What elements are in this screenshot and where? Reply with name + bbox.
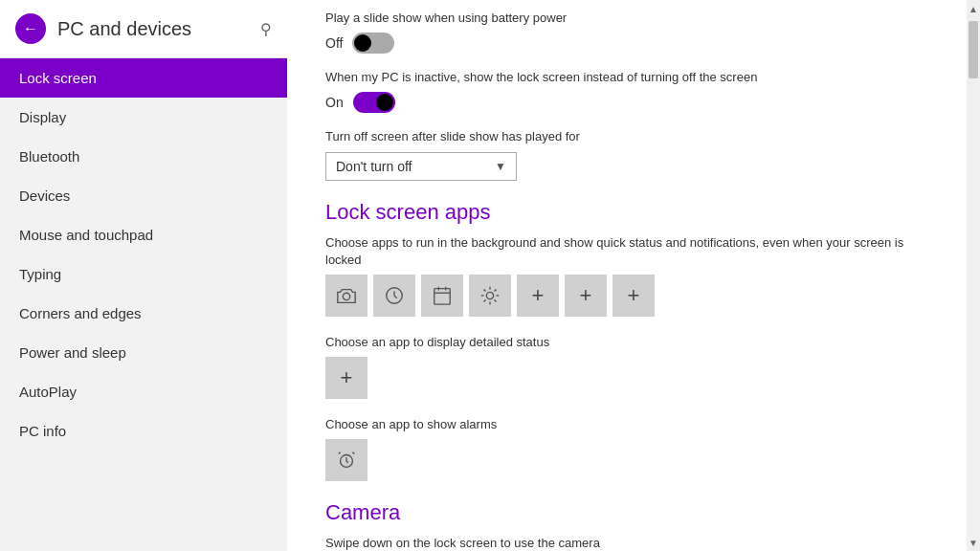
svg-rect-2 bbox=[434, 289, 451, 305]
svg-point-0 bbox=[343, 293, 349, 299]
nav-list: Lock screen Display Bluetooth Devices Mo… bbox=[0, 58, 287, 451]
svg-point-6 bbox=[486, 292, 493, 298]
sidebar-item-display[interactable]: Display bbox=[0, 98, 287, 137]
scrollbar-thumb[interactable] bbox=[969, 21, 978, 78]
sidebar-item-autoplay[interactable]: AutoPlay bbox=[0, 372, 287, 411]
toggle-knob-on bbox=[376, 94, 393, 111]
chevron-down-icon: ▼ bbox=[495, 160, 506, 173]
sidebar-item-typing[interactable]: Typing bbox=[0, 254, 287, 294]
alarm-clock-icon bbox=[336, 450, 357, 471]
add-app-button-3[interactable]: + bbox=[612, 275, 655, 317]
add-app-button-1[interactable]: + bbox=[517, 275, 559, 317]
camera-description: Swipe down on the lock screen to use the… bbox=[325, 535, 923, 551]
weather-app-icon[interactable] bbox=[469, 275, 511, 317]
slide-show-battery-description: Play a slide show when using battery pow… bbox=[325, 10, 923, 27]
dropdown-value: Don't turn off bbox=[336, 159, 487, 174]
svg-line-14 bbox=[483, 299, 485, 301]
sidebar-item-pc-info[interactable]: PC info bbox=[0, 411, 287, 451]
camera-icon bbox=[336, 285, 357, 306]
svg-line-17 bbox=[352, 452, 354, 454]
sidebar: ← PC and devices ⚲ Lock screen Display B… bbox=[0, 0, 287, 551]
sidebar-item-lock-screen[interactable]: Lock screen bbox=[0, 58, 287, 98]
svg-line-11 bbox=[483, 289, 485, 291]
alarms-description: Choose an app to show alarms bbox=[325, 416, 923, 433]
svg-line-13 bbox=[494, 289, 496, 291]
back-arrow-icon: ← bbox=[23, 21, 38, 36]
show-lock-screen-setting: When my PC is inactive, show the lock sc… bbox=[325, 69, 923, 113]
calendar-icon bbox=[432, 285, 453, 306]
sidebar-title: PC and devices bbox=[57, 18, 191, 40]
turn-off-screen-setting: Turn off screen after slide show has pla… bbox=[325, 128, 923, 180]
turn-off-screen-description: Turn off screen after slide show has pla… bbox=[325, 128, 923, 145]
toggle-knob bbox=[354, 34, 371, 52]
clock-icon bbox=[384, 285, 405, 306]
show-lock-screen-toggle-label: On bbox=[325, 95, 344, 110]
sidebar-item-mouse-touchpad[interactable]: Mouse and touchpad bbox=[0, 215, 287, 254]
sidebar-item-devices[interactable]: Devices bbox=[0, 176, 287, 215]
main-content: Play a slide show when using battery pow… bbox=[287, 0, 980, 551]
sun-icon bbox=[479, 285, 501, 306]
alarms-setting: Choose an app to show alarms bbox=[325, 416, 923, 481]
sidebar-item-power-sleep[interactable]: Power and sleep bbox=[0, 333, 287, 372]
content-wrapper: Play a slide show when using battery pow… bbox=[325, 10, 942, 551]
sidebar-item-bluetooth[interactable]: Bluetooth bbox=[0, 137, 287, 176]
detailed-status-setting: Choose an app to display detailed status… bbox=[325, 334, 923, 399]
detailed-status-description: Choose an app to display detailed status bbox=[325, 334, 923, 351]
back-button[interactable]: ← bbox=[15, 13, 46, 44]
scrollbar-down-arrow[interactable]: ▼ bbox=[967, 534, 980, 551]
calendar-app-icon[interactable] bbox=[421, 275, 463, 317]
show-lock-screen-toggle-container: On bbox=[325, 92, 923, 113]
lock-screen-apps-heading: Lock screen apps bbox=[325, 200, 923, 225]
sidebar-header: ← PC and devices ⚲ bbox=[0, 0, 287, 58]
camera-heading: Camera bbox=[325, 500, 923, 525]
add-app-button-2[interactable]: + bbox=[565, 275, 607, 317]
show-lock-screen-toggle[interactable] bbox=[353, 92, 395, 113]
alarms-clock-icon-box[interactable] bbox=[325, 439, 368, 481]
scrollbar-up-arrow[interactable]: ▲ bbox=[967, 0, 980, 17]
detailed-status-icons-row: + bbox=[325, 357, 923, 399]
slide-show-battery-setting: Play a slide show when using battery pow… bbox=[325, 10, 923, 54]
svg-line-12 bbox=[494, 299, 496, 301]
lock-screen-apps-row: + + + bbox=[325, 275, 923, 317]
camera-app-icon[interactable] bbox=[325, 275, 368, 317]
svg-line-16 bbox=[339, 452, 341, 454]
sidebar-item-corners-edges[interactable]: Corners and edges bbox=[0, 294, 287, 333]
search-icon[interactable]: ⚲ bbox=[260, 20, 272, 38]
scrollbar-track: ▲ ▼ bbox=[967, 0, 980, 551]
clock-app-icon[interactable] bbox=[373, 275, 415, 317]
slide-show-battery-toggle-container: Off bbox=[325, 33, 923, 54]
show-lock-screen-description: When my PC is inactive, show the lock sc… bbox=[325, 69, 923, 86]
lock-screen-apps-description: Choose apps to run in the background and… bbox=[325, 234, 923, 269]
slide-show-battery-toggle-label: Off bbox=[325, 35, 343, 51]
camera-setting: Swipe down on the lock screen to use the… bbox=[325, 535, 923, 551]
turn-off-screen-dropdown[interactable]: Don't turn off ▼ bbox=[325, 152, 517, 181]
add-detailed-status-button[interactable]: + bbox=[325, 357, 368, 399]
alarms-icons-row bbox=[325, 439, 923, 481]
slide-show-battery-toggle[interactable] bbox=[352, 33, 394, 54]
